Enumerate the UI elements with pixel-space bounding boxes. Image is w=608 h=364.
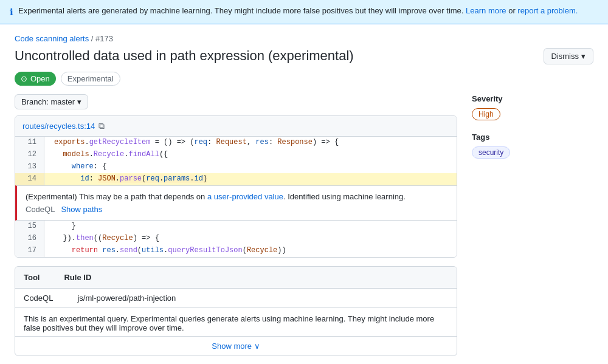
code-line-highlighted: 14 id: JSON.parse(req.params.id) [15, 173, 457, 185]
line-content: where: { [44, 161, 457, 173]
open-badge: ⊙ Open [15, 72, 56, 86]
alert-message: (Experimental) This may be a path that d… [26, 192, 448, 201]
line-content: } [44, 221, 457, 233]
line-number: 14 [15, 173, 44, 185]
code-lines-after: 15 } 16 }).then((Recycle) => { 17 return… [15, 221, 457, 257]
branch-label: Branch: master [21, 97, 75, 106]
copy-icon[interactable]: ⧉ [98, 121, 105, 131]
code-line: 11 exports.getRecycleItem = () => (req: … [15, 137, 457, 149]
code-lines-before: 11 exports.getRecycleItem = () => (req: … [15, 137, 457, 185]
line-number: 16 [15, 233, 44, 245]
line-content: id: JSON.parse(req.params.id) [44, 173, 457, 185]
severity-label: Severity [472, 94, 593, 103]
show-more-button[interactable]: Show more ∨ [15, 336, 457, 355]
code-box: routes/recycles.ts:14 ⧉ 11 exports.getRe… [15, 115, 457, 258]
tags-section: Tags security [472, 132, 593, 159]
alert-tool: CodeQL [26, 205, 55, 214]
main-panel: Branch: master ▾ routes/recycles.ts:14 ⧉… [15, 94, 457, 356]
tool-col-header: Tool [24, 273, 40, 282]
breadcrumb-issue: #173 [95, 34, 113, 43]
tags-label: Tags [472, 132, 593, 142]
file-header: routes/recycles.ts:14 ⧉ [15, 116, 457, 137]
line-number: 11 [15, 137, 44, 149]
alert-footer: CodeQL Show paths [26, 205, 448, 214]
badges-row: ⊙ Open Experimental [15, 72, 593, 86]
dismiss-chevron-icon: ▾ [581, 52, 586, 61]
report-problem-link[interactable]: report a problem. [517, 6, 578, 15]
sidebar: Severity High Tags security [472, 94, 593, 171]
banner-text: Experimental alerts are generated by mac… [18, 6, 578, 15]
rule-id-value: js/ml-powered/path-injection [77, 294, 176, 303]
tag-badge: security [472, 146, 510, 159]
line-number: 13 [15, 161, 44, 173]
line-content: models.Recycle.findAll({ [44, 149, 457, 161]
code-line: 15 } [15, 221, 457, 233]
alert-box: (Experimental) This may be a path that d… [15, 185, 457, 221]
branch-chevron-icon: ▾ [77, 97, 81, 106]
severity-badge: High [472, 108, 500, 120]
breadcrumb-link[interactable]: Code scanning alerts [15, 34, 89, 43]
line-number: 15 [15, 221, 44, 233]
tool-box-header: Tool Rule ID [15, 267, 457, 289]
tool-value: CodeQL [24, 294, 53, 303]
rule-id-col-header: Rule ID [64, 273, 91, 282]
line-number: 12 [15, 149, 44, 161]
file-path-link[interactable]: routes/recycles.ts:14 [22, 122, 95, 131]
code-line: 16 }).then((Recycle) => { [15, 233, 457, 245]
main-content: Code scanning alerts / #173 Uncontrolled… [0, 24, 608, 364]
code-line: 12 models.Recycle.findAll({ [15, 149, 457, 161]
experimental-badge: Experimental [61, 72, 120, 86]
content-layout: Branch: master ▾ routes/recycles.ts:14 ⧉… [15, 94, 593, 356]
severity-section: Severity High [472, 94, 593, 120]
page-header: Uncontrolled data used in path expressio… [15, 48, 593, 64]
tool-box: Tool Rule ID CodeQL js/ml-powered/path-i… [15, 266, 457, 356]
info-icon: ℹ [10, 7, 13, 18]
tool-description: This is an experimental query. Experimen… [15, 307, 457, 336]
show-paths-link[interactable]: Show paths [61, 205, 102, 214]
line-number: 17 [15, 245, 44, 257]
tool-box-values: CodeQL js/ml-powered/path-injection [15, 289, 457, 307]
line-content: return res.send(utils.queryResultToJson(… [44, 245, 457, 257]
open-icon: ⊙ [21, 74, 27, 83]
line-content: }).then((Recycle) => { [44, 233, 457, 245]
dismiss-button[interactable]: Dismiss ▾ [544, 48, 594, 64]
learn-more-link[interactable]: Learn more [466, 6, 506, 15]
breadcrumb: Code scanning alerts / #173 [15, 34, 593, 43]
code-line: 17 return res.send(utils.queryResultToJs… [15, 245, 457, 257]
info-banner: ℹ Experimental alerts are generated by m… [0, 0, 608, 24]
branch-selector[interactable]: Branch: master ▾ [15, 94, 88, 109]
user-provided-value-link[interactable]: a user-provided value [207, 192, 283, 201]
code-line: 13 where: { [15, 161, 457, 173]
page-title: Uncontrolled data used in path expressio… [15, 48, 354, 64]
line-content: exports.getRecycleItem = () => (req: Req… [44, 137, 457, 149]
breadcrumb-separator: / [91, 34, 95, 43]
